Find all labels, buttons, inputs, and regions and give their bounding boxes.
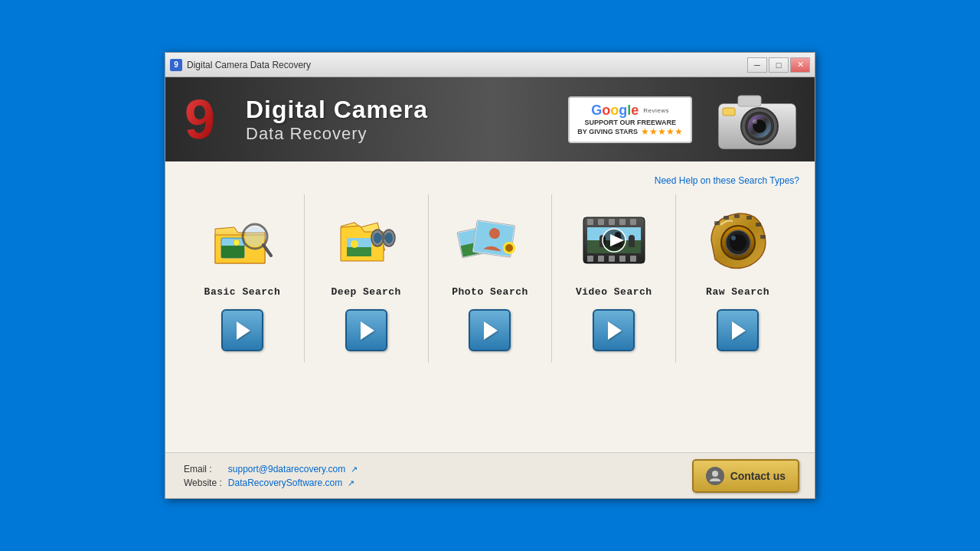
svg-rect-54 (756, 223, 761, 227)
window-title: Digital Camera Data Recovery (187, 60, 747, 70)
svg-rect-40 (609, 256, 615, 262)
minimize-button[interactable]: ─ (747, 57, 767, 73)
svg-text:9: 9 (185, 89, 215, 150)
deep-search-col: Deep Search (305, 194, 429, 363)
website-external-icon: ↗ (348, 478, 354, 487)
svg-rect-41 (619, 256, 626, 262)
help-link[interactable]: Need Help on these Search Types? (655, 175, 799, 186)
svg-rect-39 (598, 256, 604, 262)
email-label: Email : (181, 462, 225, 476)
basic-search-icon (204, 202, 280, 279)
deep-search-play-button[interactable] (345, 309, 387, 351)
app-icon: 9 (170, 59, 182, 71)
play-triangle-icon (484, 321, 498, 340)
svg-rect-38 (587, 256, 593, 262)
svg-point-9 (753, 119, 757, 124)
main-window: 9 Digital Camera Data Recovery ─ □ ✕ 9 (165, 52, 815, 499)
support-text: SUPPORT OUR FREEWARE (584, 119, 676, 126)
deep-search-label: Deep Search (332, 286, 401, 298)
video-search-play-button[interactable] (593, 309, 635, 351)
svg-rect-55 (760, 235, 766, 239)
app-title-line1: Digital Camera (246, 96, 428, 124)
play-triangle-icon (237, 321, 250, 340)
photo-search-col: Photo Search (429, 194, 553, 363)
svg-point-60 (712, 471, 718, 477)
svg-point-59 (731, 236, 736, 240)
raw-search-label: Raw Search (706, 286, 769, 298)
star-rating: ★★★★★ (641, 126, 683, 137)
photo-search-label: Photo Search (452, 286, 528, 298)
play-triangle-icon (732, 321, 746, 340)
svg-rect-36 (619, 219, 626, 225)
email-link[interactable]: support@9datarecovery.com (228, 464, 345, 474)
app-title-line2: Data Recovery (246, 124, 428, 144)
reviews-label: Reviews (643, 107, 669, 114)
svg-rect-3 (738, 96, 761, 106)
svg-rect-53 (746, 216, 752, 220)
svg-point-18 (351, 240, 358, 248)
header-banner: 9 Digital Camera Data Recovery Google Re… (165, 77, 815, 161)
svg-rect-17 (347, 247, 371, 256)
svg-rect-35 (609, 219, 615, 225)
raw-search-col: Raw Search (676, 194, 799, 363)
svg-rect-11 (221, 246, 244, 258)
svg-rect-33 (587, 219, 593, 225)
logo-area: 9 Digital Camera Data Recovery (165, 89, 553, 150)
svg-rect-52 (734, 214, 740, 218)
header-text: Digital Camera Data Recovery (246, 96, 428, 144)
footer: Email : support@9datarecovery.com ↗ Webs… (165, 452, 815, 498)
play-triangle-icon (361, 321, 374, 340)
photo-search-icon (452, 202, 528, 279)
contact-us-label: Contact us (730, 470, 786, 482)
help-link-area: Need Help on these Search Types? (181, 173, 799, 187)
logo-nine: 9 (181, 89, 234, 150)
contact-us-button[interactable]: Contact us (692, 459, 799, 493)
svg-rect-37 (630, 219, 636, 225)
basic-search-label: Basic Search (204, 286, 281, 298)
svg-rect-34 (598, 219, 604, 225)
email-external-icon: ↗ (351, 465, 358, 474)
footer-contact-info: Email : support@9datarecovery.com ↗ Webs… (181, 462, 361, 490)
website-link[interactable]: DataRecoverySoftware.com (228, 478, 342, 488)
svg-point-12 (234, 240, 240, 246)
svg-point-14 (245, 227, 265, 246)
svg-point-23 (385, 233, 393, 243)
svg-point-31 (505, 244, 513, 252)
raw-search-play-button[interactable] (717, 309, 759, 351)
photo-search-play-button[interactable] (469, 309, 511, 351)
svg-point-22 (374, 233, 381, 243)
contact-person-icon (706, 467, 724, 485)
video-search-col: Video Search (552, 194, 676, 363)
close-button[interactable]: ✕ (790, 57, 810, 73)
titlebar: 9 Digital Camera Data Recovery ─ □ ✕ (165, 53, 815, 77)
svg-rect-4 (723, 108, 735, 116)
play-triangle-icon (608, 321, 622, 340)
basic-search-play-button[interactable] (221, 309, 263, 351)
video-search-icon (576, 202, 652, 279)
svg-rect-51 (724, 216, 729, 220)
window-controls: ─ □ ✕ (747, 57, 810, 73)
raw-search-icon (700, 202, 776, 279)
deep-search-icon (328, 202, 404, 279)
by-text: BY GIVING STARS (577, 128, 638, 135)
svg-rect-42 (630, 256, 636, 262)
svg-rect-50 (714, 221, 720, 225)
maximize-button[interactable]: □ (769, 57, 789, 73)
video-search-label: Video Search (576, 286, 652, 298)
search-types-grid: Basic Search (181, 194, 799, 363)
google-logo: Google (591, 103, 639, 119)
camera-icon-area (707, 81, 807, 158)
website-label: Website : (181, 476, 225, 490)
google-badge: Google Reviews SUPPORT OUR FREEWARE BY G… (568, 96, 692, 143)
main-content: Need Help on these Search Types? (165, 161, 815, 452)
basic-search-col: Basic Search (181, 194, 305, 363)
